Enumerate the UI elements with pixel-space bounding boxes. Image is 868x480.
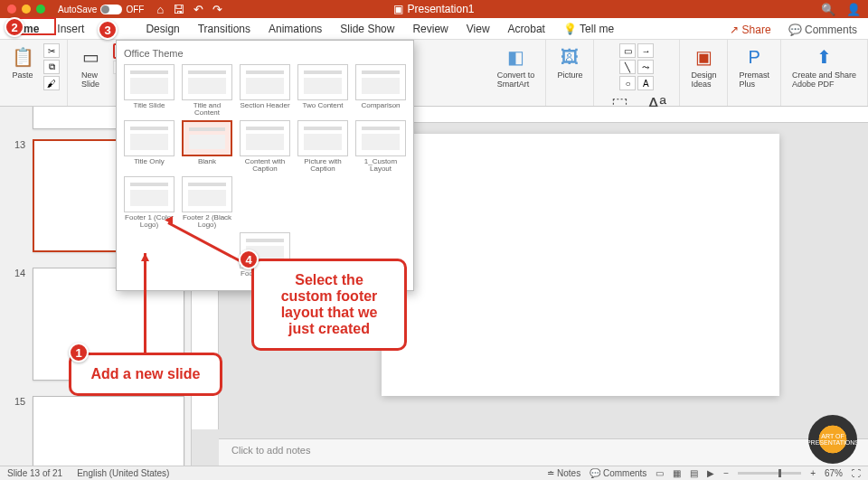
gallery-header: Office Theme bbox=[122, 46, 408, 64]
tab-animations[interactable]: Animations bbox=[259, 19, 331, 39]
zoom-level[interactable]: 67% bbox=[825, 468, 843, 478]
zoom-out-icon[interactable]: − bbox=[723, 468, 729, 478]
annotation-circle-2: 2 bbox=[5, 17, 24, 37]
maximize-window-button[interactable] bbox=[36, 5, 45, 14]
autosave-label: AutoSave bbox=[58, 5, 97, 14]
annotation-box-1: Add a new slide bbox=[69, 353, 222, 396]
thumb-number-14: 14 bbox=[14, 268, 25, 278]
tab-view[interactable]: View bbox=[458, 19, 499, 39]
paste-button[interactable]: 📋 Paste bbox=[7, 43, 38, 81]
layout-footer2-black[interactable]: Footer 2 (Black Logo) bbox=[180, 176, 234, 229]
comments-button[interactable]: 💬 Comments bbox=[783, 22, 863, 38]
shape-line-icon[interactable]: ╲ bbox=[619, 60, 636, 74]
smartart-icon: ◧ bbox=[505, 45, 528, 69]
shape-arrow-icon[interactable]: → bbox=[637, 43, 654, 58]
notes-toggle[interactable]: ≐ Notes bbox=[547, 468, 580, 478]
layout-comparison[interactable]: Comparison bbox=[354, 64, 408, 117]
design-ideas-icon: ▣ bbox=[692, 45, 715, 69]
redo-icon[interactable]: ↷ bbox=[212, 3, 222, 16]
design-ideas-button[interactable]: ▣ Design Ideas bbox=[687, 43, 720, 90]
clipboard-group: 📋 Paste ✂ ⧉ 🖌 bbox=[0, 40, 68, 106]
adobe-pdf-button[interactable]: ⬆ Create and Share Adobe PDF bbox=[788, 43, 860, 90]
status-bar: Slide 13 of 21 English (United States) ≐… bbox=[0, 466, 868, 480]
comments-toggle[interactable]: 💬 Comments bbox=[590, 468, 646, 478]
save-icon[interactable]: 🖫 bbox=[173, 3, 184, 16]
layout-blank[interactable]: Blank bbox=[180, 120, 234, 173]
layout-custom[interactable]: 1_Custom Layout bbox=[354, 120, 408, 173]
undo-icon[interactable]: ↶ bbox=[193, 3, 203, 16]
autosave-switch[interactable] bbox=[100, 5, 122, 14]
designer-group: ▣ Design Ideas bbox=[680, 40, 728, 106]
layout-title-slide[interactable]: Title Slide bbox=[122, 64, 176, 117]
fit-to-window-icon[interactable]: ⛶ bbox=[852, 468, 861, 478]
view-reading-icon[interactable]: ▤ bbox=[690, 468, 698, 478]
annotation-circle-1: 1 bbox=[69, 343, 89, 362]
language-status[interactable]: English (United States) bbox=[77, 468, 169, 478]
thumb-number-15: 15 bbox=[14, 396, 25, 407]
layout-picture-caption[interactable]: Picture with Caption bbox=[296, 120, 350, 173]
tell-me[interactable]: 💡 Tell me bbox=[554, 19, 623, 39]
minimize-window-button[interactable] bbox=[22, 5, 31, 14]
document-title: ▣ Presentation1 bbox=[393, 3, 474, 15]
window-controls bbox=[0, 5, 45, 14]
slide-position: Slide 13 of 21 bbox=[7, 468, 62, 478]
shape-curve-icon[interactable]: ⤳ bbox=[637, 60, 654, 74]
shape-text-icon[interactable]: A bbox=[637, 76, 654, 90]
premast-group: P Premast Plus bbox=[728, 40, 781, 106]
tab-design[interactable]: Design bbox=[137, 19, 188, 39]
adobe-group: ⬆ Create and Share Adobe PDF bbox=[781, 40, 868, 106]
shape-rect-icon[interactable]: ▭ bbox=[619, 43, 636, 58]
zoom-in-icon[interactable]: + bbox=[810, 468, 816, 478]
tab-review[interactable]: Review bbox=[403, 19, 457, 39]
layout-section-header[interactable]: Section Header bbox=[238, 64, 292, 117]
format-painter-icon[interactable]: 🖌 bbox=[43, 76, 60, 90]
tab-acrobat[interactable]: Acrobat bbox=[499, 19, 554, 39]
layout-content-caption[interactable]: Content with Caption bbox=[238, 120, 292, 173]
powerpoint-icon: ▣ bbox=[393, 3, 403, 15]
ribbon-tabs: Home Insert Draw Design Transitions Anim… bbox=[0, 18, 868, 40]
slide-thumb-15[interactable] bbox=[33, 396, 184, 466]
copy-icon[interactable]: ⧉ bbox=[43, 60, 60, 74]
current-slide-canvas[interactable] bbox=[382, 134, 779, 396]
premast-icon: P bbox=[742, 45, 766, 69]
drawing-group: ▭ ╲ ○ → ⤳ A ⬚ Arrange Aª Quick Styles bbox=[594, 40, 680, 106]
view-normal-icon[interactable]: ▭ bbox=[656, 468, 664, 478]
new-slide-icon: ▭ bbox=[79, 45, 102, 69]
tab-transitions[interactable]: Transitions bbox=[189, 19, 259, 39]
picture-icon: 🖼 bbox=[558, 45, 581, 69]
close-window-button[interactable] bbox=[7, 5, 16, 14]
home-icon[interactable]: ⌂ bbox=[156, 3, 164, 16]
search-icon[interactable]: 🔍 bbox=[821, 3, 835, 16]
layout-two-content[interactable]: Two Content bbox=[296, 64, 350, 117]
annotation-circle-3: 3 bbox=[98, 20, 118, 40]
thumb-number-13: 13 bbox=[14, 139, 25, 150]
layout-title-only[interactable]: Title Only bbox=[122, 120, 176, 173]
share-button[interactable]: ↗ Share bbox=[723, 21, 777, 39]
tab-slideshow[interactable]: Slide Show bbox=[331, 19, 403, 39]
annotation-box-4: Select the custom footer layout that we … bbox=[251, 259, 407, 351]
convert-smartart-button[interactable]: ◧ Convert to SmartArt bbox=[494, 43, 539, 90]
user-icon[interactable]: 👤 bbox=[846, 3, 861, 16]
shape-oval-icon[interactable]: ○ bbox=[619, 76, 636, 90]
smartart-group: ◧ Convert to SmartArt bbox=[486, 40, 547, 106]
window-titlebar: AutoSave OFF ⌂ 🖫 ↶ ↷ ▣ Presentation1 🔍 👤 bbox=[0, 0, 868, 18]
notes-pane[interactable]: Click to add notes bbox=[219, 438, 868, 466]
clipboard-icon: 📋 bbox=[11, 45, 34, 69]
layout-title-content[interactable]: Title and Content bbox=[180, 64, 234, 117]
layout-gallery: Office Theme Title Slide Title and Conte… bbox=[116, 40, 414, 291]
annotation-circle-4: 4 bbox=[239, 249, 259, 269]
zoom-slider[interactable] bbox=[738, 472, 801, 475]
autosave-state: OFF bbox=[126, 5, 144, 14]
picture-group: 🖼 Picture bbox=[546, 40, 594, 106]
new-slide-button[interactable]: ▭ New Slide bbox=[75, 43, 106, 90]
picture-button[interactable]: 🖼 Picture bbox=[553, 43, 586, 81]
view-slideshow-icon[interactable]: ▶ bbox=[707, 468, 714, 478]
quick-access-toolbar: ⌂ 🖫 ↶ ↷ bbox=[156, 3, 222, 16]
autosave-toggle[interactable]: AutoSave OFF bbox=[58, 5, 144, 14]
annotation-arrow-1 bbox=[144, 253, 146, 353]
adobe-icon: ⬆ bbox=[812, 45, 835, 69]
cut-icon[interactable]: ✂ bbox=[43, 43, 60, 58]
tab-insert[interactable]: Insert bbox=[48, 19, 93, 39]
view-sorter-icon[interactable]: ▦ bbox=[673, 468, 681, 478]
premast-button[interactable]: P Premast Plus bbox=[735, 43, 773, 90]
